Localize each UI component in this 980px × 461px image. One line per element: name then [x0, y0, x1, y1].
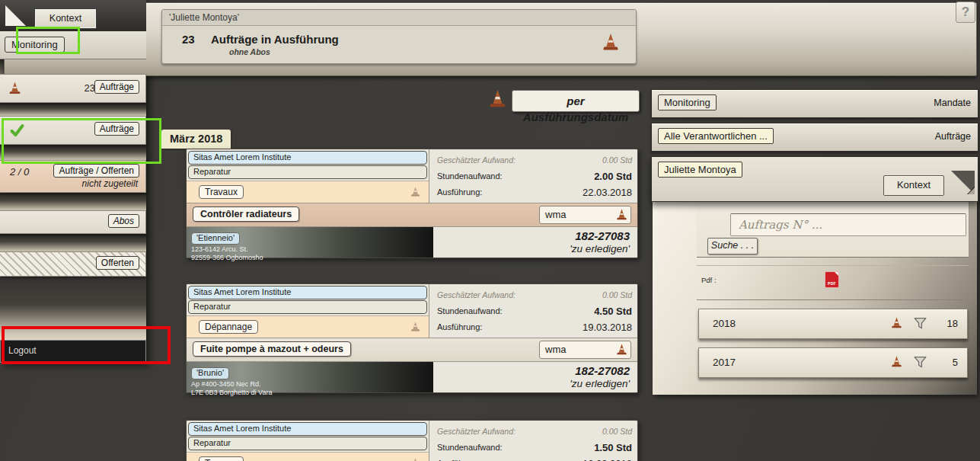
corner-fold-icon[interactable] [951, 171, 975, 197]
address-line-2: 92559-366 Ogbomosho [191, 254, 433, 261]
hours-value: 2.00 Std [594, 168, 632, 184]
activity-button[interactable]: Travaux [199, 185, 244, 199]
task-band: Contrôler radiateurs wma [187, 203, 637, 227]
order-number-input[interactable] [730, 213, 966, 236]
year-count: 18 [947, 309, 958, 338]
monitoring-app: Monitoring 'Juliette Montoya' 23 Aufträg… [0, 0, 980, 461]
task-title-button[interactable]: Contrôler radiateurs [193, 206, 299, 222]
right-kontext-button[interactable]: Kontext [883, 175, 944, 196]
sidebar-monitoring-label[interactable]: Monitoring [5, 37, 65, 53]
cone-icon [8, 81, 22, 98]
estimated-label: Geschätzter Aufwand: [437, 152, 516, 168]
order-number: 182-27082 [433, 363, 630, 378]
institute-label[interactable]: Sitas Amet Lorem Institute [188, 151, 427, 165]
address-line-2: L7E 0B3 Borghetto di Vara [191, 389, 433, 396]
contact-name[interactable]: 'Brunio' [191, 367, 229, 379]
order-card[interactable]: Sitas Amet Lorem Institute Reparatur Dép… [186, 283, 638, 393]
assignee-code: wma [545, 209, 566, 220]
order-status: 'zu erledigen' [433, 243, 630, 255]
contact-name[interactable]: 'Etienneio' [191, 232, 240, 245]
right-monitoring-row[interactable]: Monitoring Mandate [651, 89, 978, 118]
address-line-1: Ap #400-3450 Nec Rd. [191, 380, 433, 388]
pdf-icon[interactable]: PDF [825, 271, 839, 288]
unassigned-button[interactable]: Aufträge / Offerten [53, 164, 139, 178]
institute-label[interactable]: Sitas Amet Lorem Institute [188, 422, 427, 436]
sidebar-offerten-row[interactable]: Offerten [0, 251, 146, 277]
cone-icon [410, 321, 421, 335]
year-row-2018[interactable]: 2018 18 [698, 309, 968, 339]
task-title-button[interactable]: Fuite pompe à mazout + odeurs [193, 341, 351, 357]
sidebar-abos-row[interactable]: Abos [0, 210, 146, 234]
order-card[interactable]: Sitas Amet Lorem Institute Reparatur Tra… [186, 149, 638, 258]
right-monitoring-label[interactable]: Monitoring [658, 94, 717, 110]
right-user-row[interactable]: Juliette Montoya Kontext [651, 156, 978, 202]
pdf-fold-corner [835, 272, 838, 276]
cone-icon [890, 316, 903, 332]
orders-count: 23 [182, 33, 195, 46]
sort-header[interactable]: per Ausführungsdatum [512, 90, 640, 112]
execution-value: 16.03.2018 [583, 456, 632, 461]
left-sidebar: Kontext Monitoring Juliette Montoya 23 A… [0, 0, 146, 363]
execution-value: 19.03.2018 [583, 319, 632, 335]
status-block: 182-27082 'zu erledigen' [433, 362, 637, 392]
help-button[interactable]: ? [956, 2, 975, 23]
order-card[interactable]: Sitas Amet Lorem Institute Reparatur Tra… [186, 420, 638, 461]
filter-funnel-icon[interactable] [913, 356, 927, 372]
open-orders-button[interactable]: Aufträge [94, 80, 139, 94]
abos-button[interactable]: Abos [108, 214, 139, 228]
unassigned-count: 2 / 0 [10, 166, 29, 178]
pdf-label: Pdf : [701, 276, 717, 284]
hours-value: 4.50 Std [594, 303, 632, 319]
institute-label[interactable]: Sitas Amet Lorem Institute [188, 286, 427, 299]
filter-funnel-icon[interactable] [913, 317, 927, 333]
activity-row: Travaux [187, 452, 429, 461]
responsible-dropdown[interactable]: Alle Verantwortlichen ... [658, 128, 774, 144]
logout-button[interactable]: Logout [0, 340, 146, 363]
cone-icon [615, 343, 628, 360]
sidebar-filler [0, 277, 146, 340]
auftraege-text: Aufträge [935, 131, 971, 142]
hours-value: 1.50 Std [594, 440, 632, 456]
pdf-row: Pdf : PDF [697, 265, 969, 300]
activity-row: Dépannage [187, 315, 429, 338]
activity-button[interactable]: Dépannage [199, 320, 258, 334]
execution-label: Ausführung: [437, 456, 482, 461]
category-label[interactable]: Reparatur [188, 437, 427, 450]
header-summary-panel[interactable]: 'Juliette Montoya' 23 Aufträge in Ausfüh… [161, 9, 637, 64]
done-orders-button[interactable]: Aufträge [94, 122, 139, 136]
year-row-2017[interactable]: 2017 5 [698, 347, 968, 378]
header-context-name: 'Juliette Montoya' [162, 10, 636, 26]
category-label[interactable]: Reparatur [188, 300, 427, 314]
category-label[interactable]: Reparatur [188, 165, 427, 179]
activity-button[interactable]: Travaux [199, 456, 244, 461]
execution-label: Ausführung: [437, 184, 482, 200]
cone-icon [601, 32, 621, 55]
offerten-button[interactable]: Offerten [96, 256, 139, 270]
sidebar-kontext-button[interactable]: Kontext [35, 9, 96, 28]
checkmark-icon [9, 123, 25, 141]
year-label: 2018 [713, 309, 736, 338]
assignee-box[interactable]: wma [539, 206, 631, 224]
pdf-icon-text: PDF [825, 281, 838, 286]
assignee-box[interactable]: wma [539, 341, 631, 359]
search-button[interactable]: Suche . . . [707, 238, 758, 255]
right-responsible-row[interactable]: Alle Verantwortlichen ... Aufträge [651, 123, 978, 152]
hours-label: Stundenaufwand: [437, 168, 503, 184]
year-label: 2017 [713, 348, 736, 376]
sidebar-done-orders-row[interactable]: Aufträge [0, 116, 146, 145]
open-orders-count: 23 [85, 82, 95, 94]
cone-icon [890, 355, 903, 371]
right-lower-panel: Suche . . . Pdf : PDF 2018 18 2017 [653, 175, 977, 395]
estimated-label: Geschätzter Aufwand: [437, 287, 516, 303]
corner-triangle-icon[interactable] [5, 5, 26, 26]
month-label: März 2018 [161, 130, 231, 149]
sidebar-monitoring-row[interactable]: Monitoring [0, 31, 146, 59]
assignee-code: wma [545, 344, 566, 355]
user-name-box[interactable]: Juliette Montoya [658, 162, 742, 178]
mandate-text: Mandate [934, 98, 971, 108]
order-status: 'zu erledigen' [433, 378, 630, 389]
order-number: 182-27083 [433, 229, 630, 243]
sidebar-unassigned-row[interactable]: 2 / 0 Aufträge / Offerten nicht zugeteil… [0, 160, 146, 193]
task-band: Fuite pompe à mazout + odeurs wma [187, 338, 637, 362]
sidebar-open-orders-row[interactable]: 23 Aufträge [0, 74, 146, 103]
